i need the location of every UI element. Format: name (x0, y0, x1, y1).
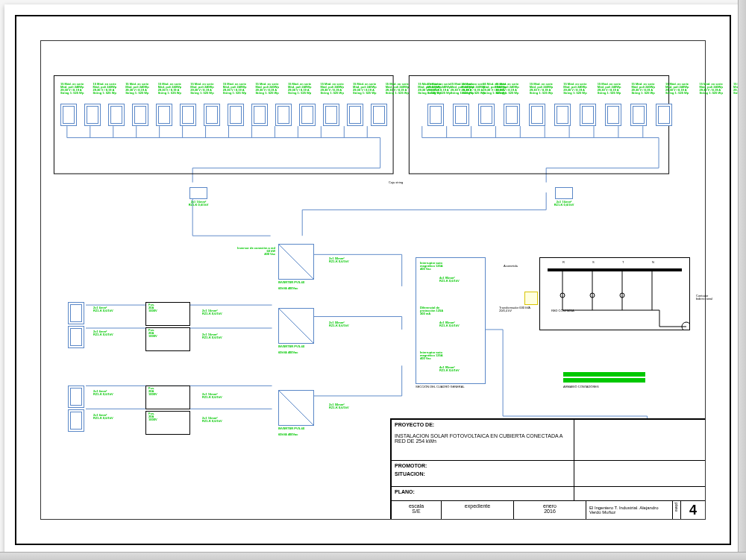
pv-panel (630, 104, 647, 126)
pv-panel (453, 104, 469, 126)
armario-bar (563, 372, 645, 377)
inverter-model: INVERTER PVS-60 (278, 345, 316, 348)
svg-point-5 (682, 322, 689, 330)
pv-panel (156, 104, 172, 126)
cable-label: 2x1 16mm² RZ1-K 0,6/1kV (202, 393, 222, 399)
proyecto-label: PROYECTO DE: (395, 422, 571, 427)
cable-label: 2x1 16mm² RZ1-K 0,6/1kV (202, 309, 222, 315)
pv-panel (478, 104, 495, 126)
inverter-model: INVERTER PVS-60 (278, 281, 316, 284)
fecha-label: enero (517, 503, 583, 509)
horizontal-scrollbar[interactable] (0, 552, 746, 560)
pv-panel (323, 104, 339, 126)
cable-label: 2x1 50mm² RZ1-K 0,6/1kV (329, 403, 349, 409)
drawing-area[interactable]: /* generated below via template repetiti… (40, 40, 706, 520)
promotor-label: PROMOTOR: (395, 463, 571, 468)
string-combiner-right (555, 187, 573, 199)
cable-label: 4x1 95mm² RZ1-K 0,6/1kV (439, 277, 460, 283)
cable-label: 2x1 16mm² RZ1-K 0,6/1kV (202, 417, 222, 423)
side-text: plano (673, 501, 681, 519)
pv-panel (180, 104, 196, 126)
pv-input (68, 302, 84, 324)
page: /* generated below via template repetiti… (4, 4, 742, 556)
inverter-spec: Inversor de conexión a red 60 kW 400 Vac (236, 247, 275, 256)
pv-panel (251, 104, 268, 126)
panel-section: Diferencial de protección 125A 300 mA (420, 306, 480, 315)
cable-label: 2x1 6mm² RZ1-K 0,6/1kV (93, 306, 113, 312)
escala-label: escala (395, 503, 438, 509)
fuse-label: Fus. 20A 1000V (148, 303, 157, 312)
outer-border: /* generated below via template repetiti… (15, 15, 731, 545)
cable-label: 2x1 6mm² RZ1-K 0,6/1kV (93, 414, 113, 420)
contador-label: Contador bidireccional (696, 295, 712, 301)
cable-label: 4x1 95mm² RZ1-K 0,6/1kV (439, 366, 460, 372)
cable-label: 2x1 6mm² RZ1-K 0,6/1kV (93, 330, 113, 336)
inverter-model2: 60kVA 400Vac (278, 433, 316, 436)
panel-specs-right: 15 Mód. en serie Mód. poli 240Wp 29,30 V… (427, 83, 681, 95)
inverter-3 (278, 390, 314, 426)
cable-label: 2x1 16mm² RZ1-K 0,6/1kV (538, 201, 590, 207)
title-block: PROYECTO DE: INSTALACION SOLAR FOTOVOLTA… (390, 418, 705, 519)
ct-detail: R S T N (539, 257, 690, 330)
pv-panel (371, 104, 387, 126)
acometida: Acometida (504, 265, 518, 268)
situacion-label: SITUACION: (395, 471, 571, 476)
pv-panel (275, 104, 292, 126)
armario-label: ARMARIO CONTADORES (563, 386, 599, 388)
pv-panel (60, 104, 77, 126)
inverter-model: INVERTER PVS-60 (278, 427, 316, 430)
inverter-1 (278, 244, 314, 280)
proyecto-text: INSTALACION SOLAR FOTOVOLTAICA EN CUBIER… (395, 433, 571, 444)
pv-panel (605, 104, 621, 126)
plano-label: PLANO: (392, 487, 574, 500)
red-label: RED COMPAÑIA (551, 309, 574, 312)
inverter-model2: 60kVA 400Vac (278, 351, 316, 354)
fecha-value: 2016 (517, 509, 583, 514)
cable-label: 2x1 16mm² RZ1-K 0,6/1kV (202, 333, 222, 339)
armario-bar (563, 378, 645, 383)
panel-footer: SECCION DEL CUADRO GENERAL (416, 386, 465, 388)
pv-panel (554, 104, 571, 126)
pv-panel (529, 104, 545, 126)
vertical-scrollbar[interactable] (738, 0, 746, 553)
pv-panel (347, 104, 363, 126)
pv-input (68, 409, 84, 432)
fuse-label: Fus. 20A 1000V (148, 387, 157, 396)
fuse-label: Fus. 20A 1000V (148, 412, 157, 421)
cable-label: 4x1 95mm² RZ1-K 0,6/1kV (439, 321, 460, 327)
pv-input (68, 326, 84, 348)
ingeniero: El Ingeniero T. Industrial. Alejandro Ve… (586, 501, 673, 519)
panel-specs-left: 15 Mód. en serie Mód. poli 240Wp 29,30 V… (60, 83, 401, 95)
sheet-number: 4 (681, 501, 705, 519)
pv-panel (204, 104, 220, 126)
pv-panel (504, 104, 520, 126)
pv-panel (427, 104, 444, 126)
pv-panel (228, 104, 244, 126)
pv-panel (299, 104, 316, 126)
escala-value: S/E (395, 509, 438, 514)
pv-panel (132, 104, 148, 126)
fuse-label: Fus. 20A 1000V (148, 329, 157, 338)
cable-label: 2x1 6mm² RZ1-K 0,6/1kV (93, 390, 113, 396)
viewport: /* generated below via template repetiti… (0, 0, 746, 560)
meter-box (524, 292, 538, 305)
pv-panel (580, 104, 596, 126)
pv-panel (84, 104, 101, 126)
panel-section: Interruptor auto magnético 125A 400 Vac (420, 262, 480, 271)
pv-panel (656, 104, 672, 126)
expediente-label: expediente (445, 503, 510, 509)
panel-section: Interruptor auto magnético 125A 400 Vac (420, 351, 480, 360)
cable-label: 2x1 50mm² RZ1-K 0,6/1kV (329, 257, 349, 263)
cable-label: 2x1 16mm² RZ1-K 0,6/1kV (172, 201, 225, 207)
pv-input (68, 386, 84, 408)
trafo-label: Transformador 630 kVA 20/0,4 kV (499, 306, 536, 312)
cable-label: 2x1 50mm² RZ1-K 0,6/1kV (329, 321, 349, 327)
inverter-model2: 60kVA 400Vac (278, 287, 316, 290)
inverter-2 (278, 308, 314, 344)
pv-panel (108, 104, 125, 126)
string-combiner-left (189, 187, 207, 199)
combiner-label: Caja string (389, 181, 403, 184)
